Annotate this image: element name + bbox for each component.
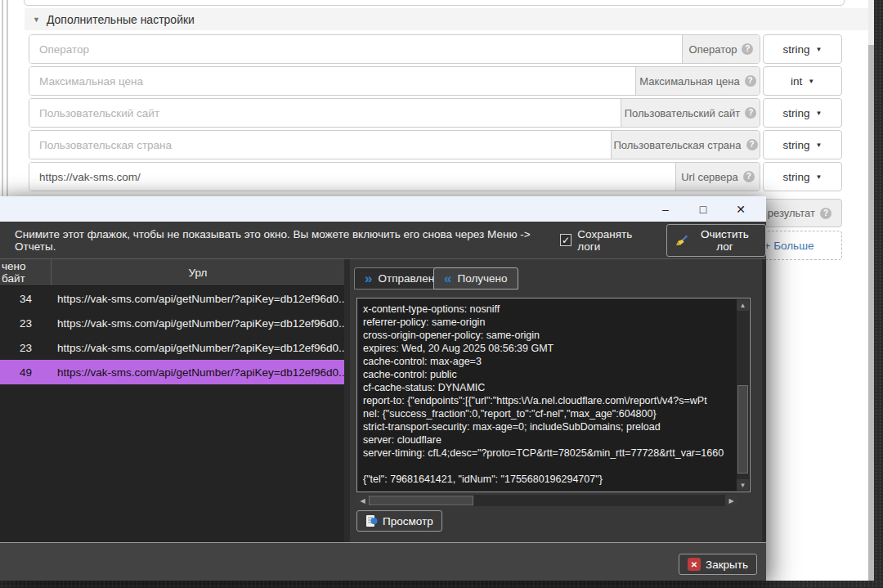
- help-icon[interactable]: ?: [745, 75, 756, 87]
- table-row[interactable]: 23 https://vak-sms.com/api/getNumber/?ap…: [0, 311, 344, 335]
- help-icon[interactable]: ?: [820, 208, 831, 219]
- log-line: cache-control: max-age=3: [363, 355, 750, 368]
- server-url-input[interactable]: [29, 163, 675, 191]
- col-url-header: Урл: [52, 259, 344, 285]
- table-row-selected[interactable]: 49 https://vak-sms.com/api/getNumber/?ap…: [0, 360, 344, 384]
- form-row-operator: Оператор ? string ▼: [29, 34, 842, 64]
- scroll-left-button[interactable]: ◀: [356, 495, 369, 506]
- table-header: чено байт Урл: [0, 259, 344, 286]
- custom-country-label-text: Пользовательская страна: [613, 139, 741, 151]
- vertical-scrollbar[interactable]: ▲ ▼: [737, 299, 749, 491]
- document-globe-icon: [365, 514, 378, 527]
- window-edge-texture-bottom: [0, 581, 883, 588]
- save-logs-label: Сохранять логи: [577, 228, 654, 253]
- scroll-up-button[interactable]: ▲: [737, 299, 749, 311]
- custom-site-type-dropdown[interactable]: string ▼: [763, 98, 842, 128]
- chevrons-right-icon: »: [365, 272, 372, 285]
- vertical-scrollbar-thumb[interactable]: [737, 385, 748, 474]
- scroll-right-button[interactable]: ▶: [725, 495, 737, 506]
- server-url-label-text: Url сервера: [681, 171, 738, 183]
- custom-country-type-dropdown[interactable]: string ▼: [763, 130, 842, 159]
- partial-input-above[interactable]: [24, 0, 845, 6]
- scroll-down-button[interactable]: ▼: [737, 479, 749, 491]
- custom-site-label-text: Пользовательский сайт: [625, 107, 741, 119]
- log-line: report-to: {"endpoints":[{"url":"https:\…: [363, 394, 750, 407]
- close-button-label: Закрыть: [706, 559, 748, 571]
- tab-received[interactable]: « Получено: [433, 267, 518, 290]
- underlying-scrollbar-left[interactable]: [2, 0, 8, 196]
- help-icon[interactable]: ?: [742, 43, 753, 55]
- form-row-server-url: Url сервера ? string ▼: [29, 162, 842, 191]
- custom-country-label: Пользовательская страна ?: [611, 131, 760, 159]
- max-price-label-text: Максимальная цена: [639, 75, 739, 88]
- tab-sent-label: Отправлено: [378, 272, 440, 285]
- maximize-button[interactable]: □: [689, 196, 717, 222]
- dialog-message: Снимите этот флажок, чтобы не показывать…: [15, 228, 550, 253]
- section-header-additional-settings[interactable]: ▼ Дополнительные настройки: [25, 8, 868, 30]
- close-button[interactable]: ✕ Закрыть: [679, 554, 757, 575]
- type-value: string: [783, 171, 810, 183]
- close-window-button[interactable]: ✕: [727, 196, 755, 222]
- bytes-cell: 49: [0, 360, 52, 384]
- window-edge-texture-right: [874, 0, 883, 588]
- check-icon: ✓: [562, 235, 570, 246]
- add-more-label: + Больше: [764, 240, 814, 252]
- help-icon[interactable]: ?: [746, 139, 758, 150]
- collapse-triangle-icon: ▼: [33, 16, 40, 24]
- response-log-textarea[interactable]: x-content-type-options: nosniff referrer…: [356, 298, 751, 492]
- help-icon[interactable]: ?: [745, 107, 756, 119]
- log-line-blank: [363, 460, 750, 473]
- requests-table: чено байт Урл 34 https://vak-sms.com/api…: [0, 259, 344, 542]
- minimize-button[interactable]: –: [652, 196, 679, 222]
- log-line: referrer-policy: same-origin: [363, 316, 750, 329]
- operator-label-text: Оператор: [689, 43, 737, 56]
- chevron-down-icon: ▼: [816, 141, 822, 149]
- col-bytes-header: чено байт: [0, 259, 52, 285]
- bytes-cell: 34: [0, 286, 52, 311]
- url-cell: https://vak-sms.com/api/getNumber/?apiKe…: [52, 360, 344, 384]
- custom-country-input[interactable]: [29, 131, 611, 159]
- chevron-down-icon: ▼: [816, 173, 822, 181]
- table-row[interactable]: 23 https://vak-sms.com/api/getNumber/?ap…: [0, 335, 344, 360]
- url-cell: https://vak-sms.com/api/getNumber/?apiKe…: [52, 335, 344, 360]
- log-line: expires: Wed, 20 Aug 2025 08:56:39 GMT: [363, 342, 750, 355]
- log-dialog: – □ ✕ Снимите этот флажок, чтобы не пока…: [0, 196, 766, 581]
- dialog-bottom-bar: ✕ Закрыть: [0, 542, 766, 581]
- bytes-cell: 23: [0, 311, 52, 335]
- max-price-input[interactable]: [29, 67, 635, 95]
- url-cell: https://vak-sms.com/api/getNumber/?apiKe…: [52, 286, 344, 311]
- clear-log-label: Очистить лог: [693, 228, 757, 253]
- log-line: cf-cache-status: DYNAMIC: [363, 381, 750, 394]
- log-line: cross-origin-opener-policy: same-origin: [363, 329, 750, 342]
- horizontal-scrollbar[interactable]: ◀ ▶: [356, 495, 737, 506]
- log-line: nel: {"success_fraction":0,"report_to":"…: [363, 407, 750, 420]
- form-row-max-price: Максимальная цена ? int ▼: [29, 66, 842, 96]
- view-button-label: Просмотр: [383, 515, 433, 527]
- operator-type-dropdown[interactable]: string ▼: [763, 34, 842, 64]
- save-logs-checkbox[interactable]: ✓: [560, 234, 571, 246]
- chevrons-left-icon: «: [444, 272, 451, 285]
- max-price-type-dropdown[interactable]: int ▼: [763, 66, 842, 96]
- chevron-down-icon: ▼: [808, 78, 814, 85]
- table-row[interactable]: 34 https://vak-sms.com/api/getNumber/?ap…: [0, 286, 344, 311]
- log-line: x-content-type-options: nosniff: [363, 303, 750, 316]
- log-line: server: cloudflare: [363, 433, 750, 447]
- server-url-label: Url сервера ?: [675, 163, 760, 191]
- custom-site-input[interactable]: [29, 99, 621, 127]
- custom-site-label: Пользовательский сайт ?: [621, 99, 760, 127]
- operator-input[interactable]: [29, 35, 682, 63]
- server-url-type-dropdown[interactable]: string ▼: [763, 162, 842, 191]
- view-button[interactable]: Просмотр: [356, 510, 442, 532]
- clear-log-button[interactable]: Очистить лог: [666, 224, 766, 257]
- help-icon[interactable]: ?: [743, 171, 755, 182]
- type-value: string: [783, 139, 810, 151]
- dialog-titlebar[interactable]: – □ ✕: [0, 196, 766, 222]
- section-title: Дополнительные настройки: [47, 13, 195, 26]
- type-value: string: [783, 43, 810, 56]
- log-line: server-timing: cfL4;desc="?proto=TCP&rtt…: [363, 447, 750, 460]
- form-row-custom-country: Пользовательская страна ? string ▼: [29, 130, 842, 159]
- log-line: cache-control: public: [363, 368, 750, 381]
- form-row-custom-site: Пользовательский сайт ? string ▼: [29, 98, 842, 128]
- horizontal-scrollbar-thumb[interactable]: [369, 496, 473, 505]
- type-value: string: [783, 107, 810, 119]
